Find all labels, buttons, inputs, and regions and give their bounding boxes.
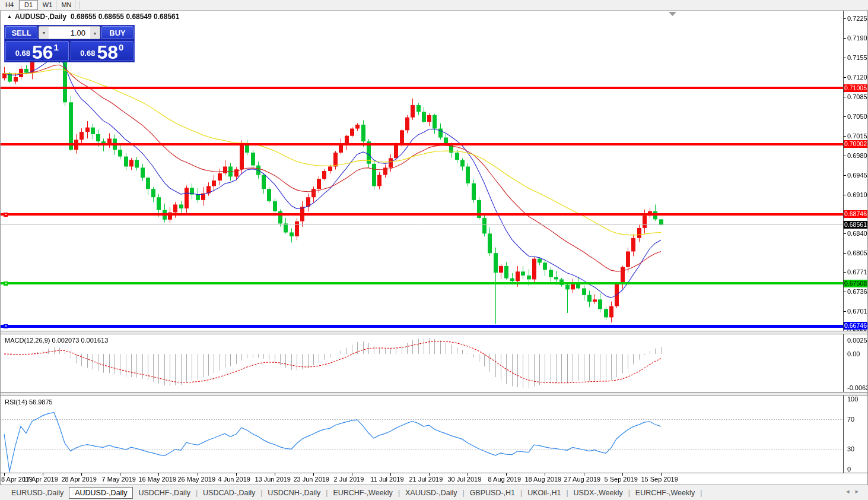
sell-price-pip: 1	[54, 42, 59, 52]
price-tick-label: 0.69450	[847, 172, 868, 179]
ohlc-values: 0.68655 0.68655 0.68549 0.68561	[71, 12, 180, 21]
line-price-label: 0.66746	[844, 322, 867, 330]
current-price-label: 0.68561	[844, 221, 867, 229]
date-tick-label: 2 Jul 2019	[334, 476, 364, 483]
trade-panel-price-row: 0.68 56 1 0.68 58 0	[5, 41, 133, 61]
price-tick-label: 0.71900	[847, 34, 868, 42]
volume-stepper: ▼ ▲	[39, 26, 100, 39]
buy-button[interactable]: BUY	[101, 26, 133, 39]
line-price-label: 0.67508	[844, 280, 867, 287]
date-tick-label: 21 Jul 2019	[409, 476, 443, 483]
macd-axis-label: 0.00	[847, 350, 860, 357]
timeframe-button-w1[interactable]: W1	[38, 0, 57, 10]
price-tick-label: 0.67710	[847, 268, 868, 276]
toolbar-group-divider	[80, 1, 80, 9]
price-tick-label: 0.71550	[847, 54, 868, 61]
chart-tab-eurusd-daily[interactable]: EURUSD-,Daily	[6, 487, 69, 499]
buy-price-button[interactable]: 0.68 58 0	[71, 41, 134, 61]
date-tick-label: 4 Jun 2019	[218, 476, 250, 483]
timeframe-button-h4[interactable]: H4	[0, 0, 19, 10]
chart-tab-usdchf-daily[interactable]: USDCHF-,Daily	[133, 487, 196, 499]
date-tick-label: 13 Jun 2019	[255, 476, 291, 483]
rsi-axis-label: 0	[847, 466, 851, 473]
date-tick-label: 27 Aug 2019	[564, 476, 600, 483]
tab-scroll-left-icon[interactable]: ◂	[846, 488, 856, 495]
price-tick-label: 0.71200	[847, 74, 868, 81]
collapse-panel-icon[interactable]: ▲	[7, 14, 12, 19]
price-tick-label: 0.72250	[847, 15, 868, 22]
price-tick-label: 0.67360	[847, 288, 868, 295]
tab-scroll-arrows: ◂▸	[846, 488, 864, 495]
chart-tab-audusd-daily[interactable]: AUDUSD-,Daily	[69, 487, 133, 499]
chart-tab-usdx-weekly[interactable]: USDX-,Weekly	[568, 487, 628, 499]
rsi-indicator-label: RSI(14) 56.9875	[5, 398, 53, 406]
sell-price-prefix: 0.68	[15, 49, 30, 58]
price-tick-label: 0.68400	[847, 230, 868, 237]
chart-canvas[interactable]	[0, 0, 868, 500]
chart-tab-bar: EURUSD-,DailyAUDUSD-,DailyUSDCHF-,Daily|…	[0, 485, 868, 500]
tab-scroll-right-icon[interactable]: ▸	[855, 488, 864, 495]
date-tick-label: 8 Aug 2019	[488, 476, 522, 483]
date-tick-label: 16 May 2019	[138, 476, 176, 483]
one-click-trade-panel: SELL ▼ ▲ BUY 0.68 56 1 0.68 58 0	[4, 25, 135, 62]
platform-window: H4D1W1MN ▲AUDUSD-,Daily 0.68655 0.68655 …	[0, 0, 868, 500]
chart-title: ▲AUDUSD-,Daily 0.68655 0.68655 0.68549 0…	[7, 12, 179, 21]
macd-axis-label: -0.006326	[847, 384, 868, 391]
price-tick-label: 0.69800	[847, 152, 868, 159]
buy-price-big: 58	[97, 45, 118, 60]
sell-price-big: 56	[32, 45, 53, 60]
volume-input[interactable]	[49, 27, 90, 39]
volume-increase-icon[interactable]: ▲	[90, 27, 100, 39]
price-axis-divider	[843, 11, 844, 473]
line-price-label: 0.68746	[844, 210, 867, 218]
sell-button[interactable]: SELL	[5, 26, 37, 39]
chart-tab-gbpusd-h1[interactable]: GBPUSD-,H1	[465, 487, 520, 499]
macd-panel-splitter[interactable]	[0, 331, 868, 334]
date-axis-border	[0, 473, 868, 473]
chart-tab-eurchf-weekly[interactable]: EURCHF-,Weekly	[328, 487, 398, 499]
line-price-label: 0.71005	[844, 84, 867, 92]
chart-tab-usdcad-daily[interactable]: USDCAD-,Daily	[198, 487, 260, 499]
volume-decrease-icon[interactable]: ▼	[39, 27, 49, 39]
symbol-label: AUDUSD-,Daily	[15, 12, 66, 21]
rsi-axis-label: 70	[847, 416, 854, 423]
line-price-label: 0.70002	[844, 140, 867, 148]
price-tick-label: 0.70150	[847, 132, 868, 140]
timeframe-button-d1[interactable]: D1	[19, 0, 38, 10]
price-tick-label: 0.69100	[847, 191, 868, 198]
macd-axis-label: 0.002574	[847, 337, 868, 344]
tab-separator: |	[700, 489, 702, 497]
chart-tab-ukoil-h1[interactable]: UKOil-,H1	[522, 487, 566, 499]
date-tick-label: 23 Jun 2019	[293, 476, 329, 483]
sell-price-button[interactable]: 0.68 56 1	[5, 41, 69, 61]
buy-price-pip: 0	[119, 42, 123, 52]
date-tick-label: 11 Jul 2019	[370, 476, 403, 483]
chart-window-left-border	[0, 11, 1, 485]
buy-price-prefix: 0.68	[80, 49, 95, 58]
timeframe-toolbar: H4D1W1MN	[0, 0, 868, 11]
price-tick-label: 0.70850	[847, 93, 868, 100]
date-tick-label: 15 Sep 2019	[641, 476, 678, 483]
date-tick-label: 18 Aug 2019	[524, 476, 561, 483]
rsi-axis-label: 30	[847, 445, 854, 452]
date-tick-label: 5 Sep 2019	[605, 476, 638, 483]
price-tick-label: 0.70500	[847, 113, 868, 120]
rsi-panel-splitter[interactable]	[0, 392, 868, 395]
date-tick-label: 26 May 2019	[177, 476, 215, 483]
date-tick-label: 17 Apr 2019	[23, 476, 58, 483]
date-tick-label: 7 May 2019	[102, 476, 136, 483]
price-tick-label: 0.67010	[847, 308, 868, 315]
trade-panel-top-row: SELL ▼ ▲ BUY	[5, 26, 133, 39]
chart-tab-eurchf-weekly[interactable]: EURCHF-,Weekly	[630, 487, 700, 499]
macd-indicator-label: MACD(12,26,9) 0.002073 0.001613	[5, 337, 108, 344]
timeframe-button-mn[interactable]: MN	[57, 0, 76, 10]
price-tick-label: 0.68050	[847, 249, 868, 257]
date-tick-label: 28 Apr 2019	[61, 476, 96, 483]
chart-tab-usdcnh-daily[interactable]: USDCNH-,Daily	[262, 487, 326, 499]
chart-tab-xauusd-daily[interactable]: XAUUSD-,Daily	[400, 487, 463, 499]
rsi-axis-label: 100	[847, 395, 858, 403]
date-tick-label: 30 Jul 2019	[447, 476, 481, 483]
